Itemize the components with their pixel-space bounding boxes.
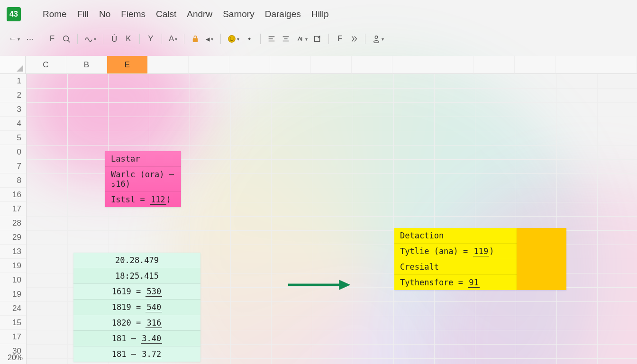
- column-header-blank[interactable]: [392, 56, 433, 74]
- svg-line-1: [68, 41, 70, 43]
- column-header-blank[interactable]: [189, 56, 229, 74]
- column-header-blank[interactable]: [311, 56, 352, 74]
- menubar: 43 RomeFillNoFiemsCalstAndrwSarnoryDarai…: [0, 3, 637, 26]
- row-header[interactable]: 1: [0, 74, 26, 88]
- search-icon[interactable]: [61, 33, 72, 45]
- note-line: Istsl = 112): [105, 191, 181, 207]
- row-header[interactable]: 15: [0, 316, 26, 330]
- note-line: Lastar: [105, 151, 181, 166]
- svg-marker-17: [339, 280, 350, 290]
- dot-button[interactable]: •: [244, 33, 255, 45]
- row-header[interactable]: 17: [0, 330, 26, 344]
- note-line: 181 – 3.72: [73, 346, 200, 362]
- note-line: 1619 = 530: [73, 283, 200, 299]
- column-header-blank[interactable]: [596, 56, 637, 74]
- menu-item-daraiges[interactable]: Daraiges: [265, 9, 301, 19]
- select-all-corner[interactable]: [0, 56, 26, 74]
- row-header[interactable]: 28: [0, 216, 26, 230]
- chevrons-icon[interactable]: [349, 33, 359, 45]
- column-header-blank[interactable]: [352, 56, 392, 74]
- note-line: Warlc (ora) – ₃16): [105, 166, 181, 191]
- menu-item-no[interactable]: No: [99, 9, 110, 19]
- svg-point-14: [375, 36, 378, 38]
- lock-icon[interactable]: [190, 33, 200, 45]
- column-header-blank[interactable]: [148, 56, 189, 74]
- row-header[interactable]: 24: [0, 301, 26, 316]
- arrow-left-small-button[interactable]: ◂▾: [204, 33, 215, 45]
- column-header-C[interactable]: C: [26, 56, 66, 74]
- svg-rect-2: [193, 38, 198, 42]
- menu-items: RomeFillNoFiemsCalstAndrwSarnoryDaraiges…: [43, 9, 329, 19]
- more-button[interactable]: ⋯: [25, 33, 35, 45]
- column-header-blank[interactable]: [474, 56, 515, 74]
- note-line: Detaction: [394, 228, 517, 243]
- svg-point-5: [233, 37, 234, 38]
- font-color-button[interactable]: A▾: [168, 33, 178, 45]
- row-header[interactable]: 17: [0, 202, 26, 216]
- arrow-icon: [288, 278, 350, 292]
- row-header[interactable]: 7: [0, 159, 26, 173]
- letter-y-button[interactable]: Y: [146, 33, 156, 45]
- menu-item-calst[interactable]: Calst: [156, 9, 176, 19]
- emoji-icon[interactable]: ▾: [227, 33, 240, 45]
- column-header-E[interactable]: E: [107, 56, 148, 74]
- row-header[interactable]: 29: [0, 230, 26, 245]
- column-header-blank[interactable]: [555, 56, 596, 74]
- column-header-B[interactable]: B: [66, 56, 107, 74]
- back-button[interactable]: ←▾: [8, 33, 21, 45]
- letter-f2-button[interactable]: F: [335, 33, 345, 45]
- row-header[interactable]: 13: [0, 245, 26, 259]
- row-headers: 12345078161728291319101924151730: [0, 74, 27, 364]
- note-line: Tythensfore = 91: [394, 274, 517, 290]
- menu-item-fill[interactable]: Fill: [77, 9, 89, 19]
- note-line: 20.28.479: [73, 253, 200, 268]
- column-header-blank[interactable]: [270, 56, 311, 74]
- note-line: 181 – 3.40: [73, 330, 200, 346]
- menu-item-andrw[interactable]: Andrw: [187, 9, 212, 19]
- menu-item-sarnory[interactable]: Sarnory: [223, 9, 255, 19]
- menu-item-hillp[interactable]: Hillp: [311, 9, 329, 19]
- row-header[interactable]: 3: [0, 102, 26, 117]
- svg-point-0: [64, 36, 69, 41]
- column-header-blank[interactable]: [433, 56, 474, 74]
- row-header[interactable]: 2: [0, 88, 26, 102]
- person-icon[interactable]: ▾: [371, 33, 385, 45]
- mint-table[interactable]: 20.28.47918:25.4151619 = 5301819 = 54018…: [73, 253, 200, 362]
- letter-k-button[interactable]: K: [123, 33, 134, 45]
- svg-point-3: [228, 36, 235, 42]
- export-icon[interactable]: [312, 33, 323, 45]
- svg-point-4: [230, 37, 231, 38]
- sort-icon[interactable]: ▾: [295, 33, 309, 45]
- note-line: Tytlie (ana) = 119): [394, 243, 517, 259]
- toolbar: ←▾ ⋯ F ▾ U̇ K Y A▾ ◂▾ ▾ • ▾ F ▾: [0, 30, 637, 47]
- row-header[interactable]: 19: [0, 287, 26, 301]
- font-f-button[interactable]: F: [47, 33, 57, 45]
- note-line: 1820 = 316: [73, 315, 200, 330]
- status-zoom: 20%: [8, 354, 23, 362]
- pink-note[interactable]: LastarWarlc (ora) – ₃16)Istsl = 112): [105, 151, 181, 207]
- row-header[interactable]: 10: [0, 273, 26, 287]
- menu-item-rome[interactable]: Rome: [43, 9, 67, 19]
- column-header-blank[interactable]: [229, 56, 270, 74]
- spreadsheet-grid[interactable]: CBE 12345078161728291319101924151730 Las…: [0, 56, 637, 364]
- u-underline-button[interactable]: U̇: [109, 33, 119, 45]
- column-headers: CBE: [0, 56, 637, 74]
- note-line: Cresialt: [394, 259, 517, 274]
- row-header[interactable]: 16: [0, 188, 26, 202]
- note-line: 1819 = 540: [73, 299, 200, 315]
- yellow-note[interactable]: DetactionTytlie (ana) = 119)CresialtTyth…: [394, 228, 517, 290]
- note-line: 18:25.415: [73, 268, 200, 283]
- row-header[interactable]: 0: [0, 145, 26, 159]
- row-header[interactable]: 4: [0, 117, 26, 131]
- row-header[interactable]: 19: [0, 259, 26, 273]
- menu-item-fiems[interactable]: Fiems: [121, 9, 146, 19]
- row-header[interactable]: 8: [0, 173, 26, 188]
- column-header-blank[interactable]: [515, 56, 555, 74]
- wave-icon[interactable]: ▾: [83, 33, 97, 45]
- row-header[interactable]: 5: [0, 131, 26, 145]
- align-center-icon[interactable]: [281, 33, 291, 45]
- app-badge: 43: [7, 7, 21, 21]
- align-left-icon[interactable]: [266, 33, 277, 45]
